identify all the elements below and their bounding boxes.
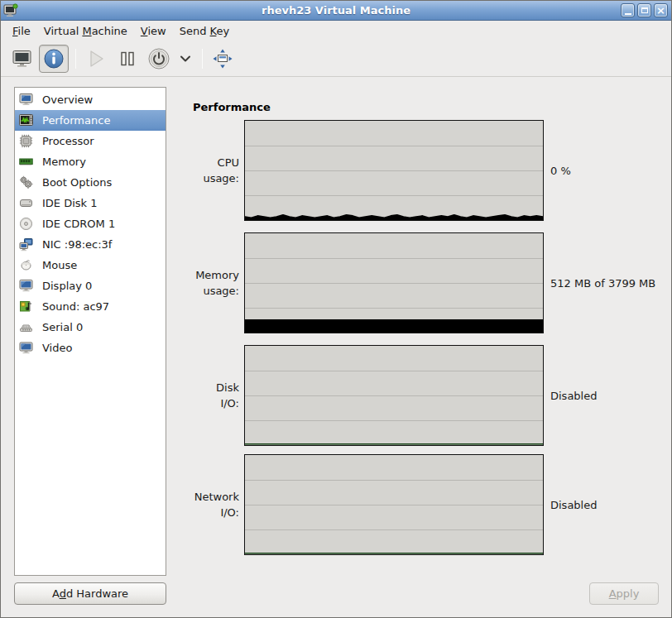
sidebar-item-label: IDE CDROM 1 (42, 218, 115, 230)
window-title: rhevh23 Virtual Machine (1, 4, 671, 17)
memory-usage-row: Memoryusage: 512 MB of 3799 MB (183, 232, 668, 333)
fullscreen-button[interactable] (208, 45, 238, 73)
maximize-icon (641, 7, 648, 13)
sound-icon (19, 299, 34, 314)
sidebar-item-sound[interactable]: Sound: ac97 (15, 296, 166, 317)
network-io-value: Disabled (550, 499, 597, 511)
run-button[interactable] (81, 45, 111, 73)
sidebar-item-memory[interactable]: Memory (15, 151, 166, 172)
sidebar-item-label: Display 0 (42, 280, 92, 292)
cpu-usage-graph (244, 120, 544, 221)
details-button[interactable] (39, 45, 69, 73)
sidebar-item-boot-options[interactable]: Boot Options (15, 172, 166, 193)
menu-view[interactable]: View (134, 22, 173, 40)
cpu-usage-value: 0 % (550, 165, 571, 177)
minimize-icon (625, 13, 631, 15)
cpu-usage-label: CPUusage: (183, 155, 239, 187)
page-title: Performance (193, 101, 271, 113)
sidebar-item-processor[interactable]: Processor (15, 131, 166, 151)
pause-icon (118, 50, 137, 68)
menu-bar: File Virtual Machine View Send Key (1, 21, 671, 41)
network-io-graph (244, 454, 544, 555)
monitor-icon (19, 93, 34, 107)
apply-button[interactable]: Apply (589, 582, 659, 605)
console-monitor-icon (12, 49, 33, 69)
disk-io-row: DiskI/O: Disabled (183, 345, 668, 446)
sidebar-item-overview[interactable]: Overview (15, 89, 166, 110)
sidebar-item-label: Overview (42, 93, 93, 106)
processor-icon (19, 134, 34, 148)
play-icon (86, 49, 106, 69)
cpu-usage-row: CPUusage: 0 % (183, 120, 668, 221)
sidebar-item-label: Sound: ac97 (42, 300, 109, 313)
disk-io-value: Disabled (550, 390, 597, 402)
boot-options-icon (19, 175, 34, 189)
maximize-button[interactable] (637, 3, 651, 17)
sidebar-item-video[interactable]: Video (15, 338, 166, 358)
network-io-label: NetworkI/O: (183, 489, 239, 521)
shutdown-menu-button[interactable] (175, 45, 195, 73)
toolbar-separator (202, 49, 203, 69)
sidebar-item-label: Serial 0 (42, 321, 83, 333)
sidebar-item-label: Mouse (42, 259, 77, 271)
memory-usage-value: 512 MB of 3799 MB (550, 277, 655, 290)
titlebar: rhevh23 Virtual Machine × (1, 1, 671, 21)
nic-icon (19, 237, 34, 252)
mouse-icon (19, 258, 34, 272)
sidebar-item-label: Memory (42, 156, 86, 168)
sidebar-item-label: Video (42, 342, 72, 354)
sidebar-item-performance[interactable]: Performance (15, 110, 166, 131)
console-button[interactable] (7, 45, 37, 73)
performance-icon (19, 113, 34, 127)
display-icon (19, 279, 34, 293)
sidebar-item-label: IDE Disk 1 (42, 197, 98, 209)
disk-io-label: DiskI/O: (183, 380, 239, 412)
disk-icon (19, 196, 34, 210)
close-icon: × (656, 5, 665, 16)
close-button[interactable]: × (654, 3, 668, 17)
sidebar-item-nic[interactable]: NIC :98:ec:3f (15, 234, 166, 255)
disk-io-graph (244, 345, 544, 446)
menu-send-key[interactable]: Send Key (173, 22, 236, 40)
add-hardware-button[interactable]: Add Hardware (14, 582, 166, 605)
video-icon (19, 341, 34, 355)
pause-button[interactable] (113, 45, 142, 73)
sidebar-item-mouse[interactable]: Mouse (15, 255, 166, 275)
serial-icon (19, 320, 34, 334)
hardware-list: Overview Performance Processor Memory Bo… (14, 87, 166, 576)
sidebar-item-display-0[interactable]: Display 0 (15, 275, 166, 296)
menu-virtual-machine[interactable]: Virtual Machine (37, 22, 134, 40)
toolbar (1, 41, 671, 77)
menu-file[interactable]: File (6, 22, 37, 40)
info-icon (43, 48, 65, 69)
chevron-down-icon (180, 53, 191, 65)
memory-usage-label: Memoryusage: (183, 267, 239, 299)
sidebar-item-ide-cdrom-1[interactable]: IDE CDROM 1 (15, 213, 166, 234)
sidebar-item-label: Performance (42, 114, 110, 127)
toolbar-separator (75, 49, 76, 69)
vm-details-window: rhevh23 Virtual Machine × File Virtual M… (0, 0, 672, 618)
minimize-button[interactable] (621, 3, 635, 17)
shutdown-button[interactable] (144, 45, 174, 73)
memory-icon (19, 155, 34, 169)
network-io-row: NetworkI/O: Disabled (183, 454, 668, 555)
memory-usage-graph (244, 232, 544, 333)
sidebar-item-label: Boot Options (42, 176, 112, 189)
fullscreen-icon (211, 47, 234, 70)
cdrom-icon (19, 217, 34, 231)
sidebar-item-label: Processor (42, 135, 94, 147)
power-icon (147, 47, 170, 70)
sidebar-item-serial-0[interactable]: Serial 0 (15, 317, 166, 338)
sidebar-item-label: NIC :98:ec:3f (42, 238, 112, 251)
sidebar-item-ide-disk-1[interactable]: IDE Disk 1 (15, 193, 166, 213)
